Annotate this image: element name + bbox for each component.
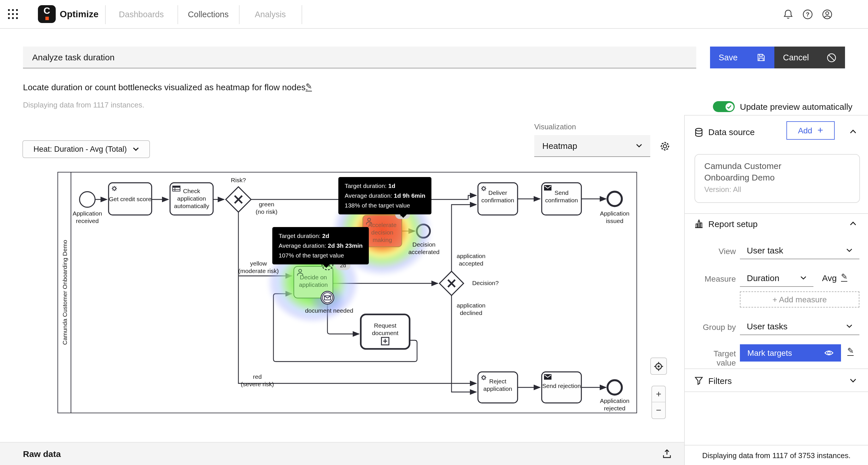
cancel-button[interactable]: Cancel (774, 47, 845, 68)
edge-label-document-needed: document needed (302, 307, 357, 314)
save-icon (756, 53, 766, 62)
heat-config-dropdown[interactable]: Heat: Duration - Avg (Total) (22, 140, 150, 158)
chevron-down-icon (636, 144, 642, 148)
chevron-down-icon (846, 248, 852, 252)
chevron-down-icon (846, 324, 852, 328)
svg-text:?: ? (806, 11, 810, 18)
report-title-input[interactable] (23, 47, 696, 68)
tab-analysis[interactable]: Analysis (239, 0, 302, 29)
filters-title: Filters (708, 376, 732, 386)
optimize-app: C Optimize Dashboards Collections Analys… (0, 0, 868, 465)
heat-tooltip-decide: Target duration: 2d Average duration: 2d… (272, 227, 369, 264)
user-profile-icon[interactable] (822, 9, 833, 20)
label-decision-accelerated: Decision accelerated (405, 241, 443, 256)
zoom-out-button[interactable]: − (652, 402, 665, 418)
label-decision-gateway: Decision? (468, 279, 503, 287)
instances-note: Displaying data from 1117 instances. (23, 100, 145, 109)
report-setup-title: Report setup (708, 219, 758, 229)
group-by-dropdown[interactable]: User tasks (740, 318, 859, 335)
crosshair-icon (654, 361, 663, 371)
group-by-label: Group by (693, 322, 736, 332)
label-risk-gateway: Risk? (227, 176, 250, 184)
edge-label-green: green (no risk) (250, 201, 283, 215)
top-nav: C Optimize Dashboards Collections Analys… (0, 0, 868, 29)
add-measure-button[interactable]: + Add measure (740, 291, 859, 308)
edit-description-icon[interactable]: ✎ (306, 83, 312, 91)
chart-settings-icon[interactable] (659, 141, 671, 152)
camunda-logo: C (38, 5, 56, 23)
tab-collections[interactable]: Collections (178, 0, 239, 29)
data-source-version: Version: All (704, 185, 741, 194)
help-icon[interactable]: ? (802, 9, 813, 20)
database-icon (694, 127, 703, 137)
label-deliver-confirmation: Deliver confirmation (478, 189, 518, 204)
visualization-label: Visualization (534, 122, 576, 131)
mark-targets-button[interactable]: Mark targets (740, 344, 841, 361)
edge-label-accepted: application accepted (453, 252, 490, 267)
save-button[interactable]: Save (710, 47, 774, 68)
eye-icon (824, 349, 834, 356)
zoom-controls: + − (651, 386, 666, 419)
visualization-dropdown[interactable]: Heatmap (534, 135, 650, 157)
measure-label: Measure (693, 274, 736, 283)
expand-raw-data-icon[interactable] (662, 449, 672, 459)
data-source-title: Data source (708, 127, 755, 137)
report-description: Locate duration or count bottlenecks vis… (23, 82, 308, 92)
label-application-rejected: Application rejected (596, 397, 633, 412)
report-setup-icon (694, 220, 703, 228)
view-dropdown[interactable]: User task (740, 242, 859, 259)
heat-tooltip-accelerate: Target duration: 1d Average duration: 1d… (338, 177, 432, 214)
label-get-credit-score: Get credit score (108, 196, 152, 203)
cancel-icon (827, 53, 836, 62)
reset-view-button[interactable] (650, 357, 667, 375)
target-value-label: Target value (693, 349, 736, 367)
auto-preview-toggle[interactable] (713, 101, 735, 112)
chevron-down-icon[interactable] (849, 378, 857, 383)
edit-target-icon[interactable]: ✎ (847, 347, 854, 356)
chevron-up-icon[interactable] (849, 129, 857, 134)
chevron-down-icon (133, 147, 139, 151)
app-switcher-icon[interactable] (8, 9, 19, 20)
data-source-name: Camunda Customer Onboarding Demo (704, 161, 825, 183)
zoom-in-button[interactable]: + (652, 386, 665, 402)
raw-data-label: Raw data (23, 449, 61, 459)
chevron-up-icon[interactable] (849, 221, 857, 226)
label-request-document: Request document (361, 322, 410, 337)
tab-dashboards[interactable]: Dashboards (105, 0, 178, 29)
auto-preview-label: Update preview automatically (740, 102, 852, 112)
chevron-down-icon (800, 276, 807, 280)
add-data-source-button[interactable]: Add+ (786, 121, 835, 140)
data-source-card[interactable]: Camunda Customer Onboarding Demo Version… (694, 154, 860, 203)
message-boundary-event-icon (319, 290, 336, 306)
raw-data-bar: Raw data (0, 442, 684, 465)
configuration-panel: Data source Add+ Camunda Customer Onboar… (684, 115, 868, 465)
label-send-rejection: Send rejection (542, 382, 581, 390)
pool-label: Camunda Customer Onboarding Demo (59, 172, 71, 413)
label-send-confirmation: Send confirmation (542, 189, 581, 204)
check-icon (727, 104, 732, 109)
notifications-icon[interactable] (782, 9, 794, 20)
edit-aggregation-icon[interactable]: ✎ (841, 273, 847, 282)
label-application-issued: Application issued (596, 210, 633, 225)
panel-footer-note: Displaying data from 1117 of 3753 instan… (685, 445, 868, 465)
aggregation-value: Avg (822, 273, 837, 283)
edge-label-red: red (severe risk) (236, 373, 279, 388)
edge-label-declined: application declined (453, 302, 490, 316)
label-reject-application: Reject application (478, 378, 518, 392)
label-check-application: Check application automatically (170, 187, 213, 209)
measure-dropdown[interactable]: Duration (740, 269, 813, 287)
plus-icon: + (817, 125, 823, 136)
app-title: Optimize (60, 9, 98, 20)
label-decide-on-application: Decide on application (293, 273, 333, 288)
label-start-event: Application received (68, 210, 106, 225)
filter-icon (694, 376, 703, 385)
view-label: View (693, 246, 736, 256)
